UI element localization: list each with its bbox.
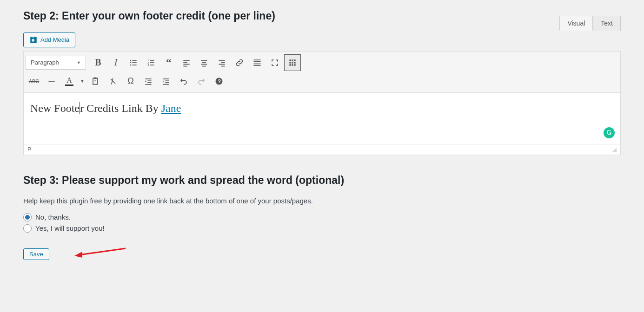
align-right-button[interactable] [213,54,230,71]
svg-rect-30 [294,59,295,61]
svg-rect-27 [254,65,261,66]
svg-rect-34 [289,64,291,65]
align-left-button[interactable] [178,54,195,71]
svg-rect-36 [294,64,295,65]
svg-rect-9 [150,62,154,63]
svg-rect-28 [289,59,291,61]
svg-rect-47 [165,82,169,83]
svg-point-2 [130,62,132,64]
svg-rect-23 [221,66,225,67]
media-icon [29,36,38,44]
svg-rect-20 [219,60,225,61]
svg-rect-37 [48,81,54,82]
svg-rect-31 [289,62,291,63]
svg-rect-21 [221,62,225,63]
radio-yes-row[interactable]: Yes, I will support you! [23,224,621,233]
element-path: P [27,146,31,153]
horizontal-rule-button[interactable] [43,73,60,90]
readmore-button[interactable] [249,54,266,71]
resize-handle[interactable] [609,147,617,152]
svg-rect-16 [201,60,207,61]
svg-rect-35 [292,64,293,65]
format-select-value: Paragraph [31,59,59,66]
step2-heading: Step 2: Enter your own footer credit (on… [23,9,621,23]
svg-rect-46 [165,80,169,81]
svg-rect-13 [183,62,187,63]
strikethrough-button[interactable]: ABC [26,73,42,90]
save-button[interactable]: Save [23,248,49,260]
svg-rect-29 [292,59,293,61]
svg-rect-11 [150,65,154,65]
grammarly-icon[interactable]: G [604,127,615,138]
svg-rect-41 [145,78,151,79]
bullet-list-button[interactable] [125,54,142,71]
bold-button[interactable]: B [90,54,106,71]
paste-text-button[interactable]: T [87,73,104,90]
editor-toolbar: Paragraph B I 123 “ ABC A ▼ T [24,52,620,93]
svg-rect-42 [147,80,151,81]
tab-text[interactable]: Text [593,16,621,31]
svg-rect-26 [254,64,261,65]
clear-formatting-button[interactable] [105,73,121,90]
link-button[interactable] [231,54,248,71]
radio-no-row[interactable]: No, thanks. [23,213,621,221]
svg-rect-19 [202,66,206,67]
redo-button[interactable] [193,73,210,90]
text-color-dropdown[interactable]: ▼ [79,73,86,90]
svg-rect-24 [254,59,261,60]
editor-status-bar: P [24,144,620,155]
svg-rect-14 [183,64,189,65]
svg-marker-52 [74,252,82,258]
tab-visual[interactable]: Visual [559,16,593,31]
align-center-button[interactable] [196,54,212,71]
indent-button[interactable] [158,73,174,90]
radio-yes-label: Yes, I will support you! [35,224,105,232]
editor-link[interactable]: Jane [161,102,181,114]
svg-line-51 [79,248,126,255]
editor-content-area[interactable]: New Footer Credits Link By Jane G [24,93,620,144]
undo-button[interactable] [175,73,192,90]
numbered-list-button[interactable]: 123 [143,54,159,71]
svg-rect-48 [163,84,169,85]
editor-tabs: Visual Text [559,16,621,31]
svg-text:T: T [94,80,96,83]
special-char-button[interactable]: Ω [122,73,139,90]
toolbar-toggle-button[interactable] [284,54,301,71]
svg-rect-32 [292,62,293,63]
svg-rect-12 [183,60,189,61]
svg-rect-5 [133,65,137,65]
svg-rect-22 [219,64,225,65]
svg-rect-17 [202,62,206,63]
radio-no[interactable] [23,213,32,221]
editor-container: Paragraph B I 123 “ ABC A ▼ T [23,51,621,155]
italic-button[interactable]: I [107,54,124,71]
editor-text-part2: r Credits Link By [80,102,161,114]
text-color-button[interactable]: A [61,73,78,90]
help-text: Help keep this plugin free by providing … [23,197,621,205]
svg-rect-33 [294,62,295,63]
add-media-button[interactable]: Add Media [23,32,75,47]
svg-rect-44 [145,84,151,85]
add-media-label: Add Media [40,36,69,43]
svg-rect-3 [133,62,137,63]
svg-rect-43 [147,82,151,83]
svg-rect-1 [133,60,137,61]
fullscreen-button[interactable] [266,54,283,71]
radio-yes[interactable] [23,224,32,233]
step3-heading: Step 3: Please support my work and sprea… [23,174,621,188]
svg-text:3: 3 [148,64,149,66]
text-cursor [80,102,80,114]
editor-text-part1: New Foote [30,102,80,114]
svg-point-0 [130,60,132,61]
svg-rect-15 [183,66,187,67]
svg-rect-45 [163,78,169,79]
svg-text:?: ? [218,78,221,84]
svg-rect-25 [254,61,261,62]
svg-rect-18 [201,64,207,65]
format-select[interactable]: Paragraph [26,56,86,70]
outdent-button[interactable] [140,73,157,90]
radio-no-label: No, thanks. [35,213,71,221]
help-button[interactable]: ? [211,73,227,90]
blockquote-button[interactable]: “ [160,54,177,71]
svg-rect-39 [94,78,97,79]
